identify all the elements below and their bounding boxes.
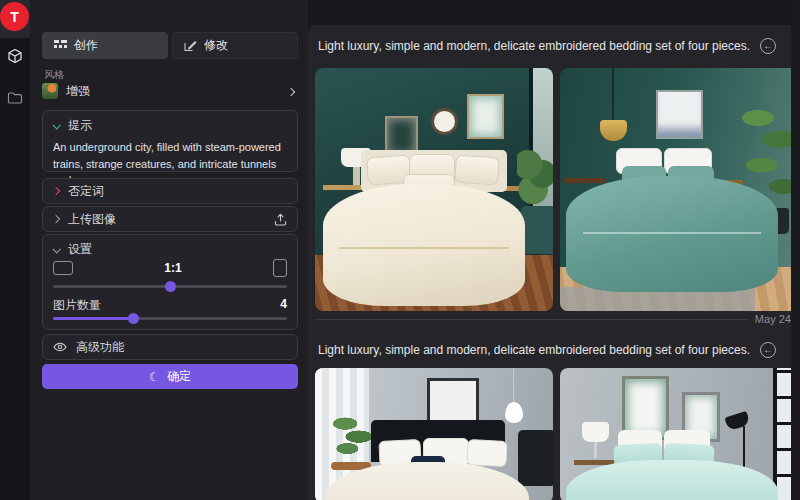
image-count-value: 4	[280, 297, 287, 314]
image-count-slider[interactable]	[53, 317, 287, 320]
left-icon-rail: T	[0, 0, 30, 500]
result-caption-row: Light luxury, simple and modern, delicat…	[318, 37, 786, 55]
edit-pencil-icon	[184, 39, 197, 52]
upload-image-section[interactable]: 上传图像	[42, 206, 298, 232]
result-prompt-text: Light luxury, simple and modern, delicat…	[318, 343, 750, 357]
mode-tabs: 创作 修改	[42, 32, 298, 59]
chevron-right-icon	[52, 215, 60, 223]
date-label: May 24,	[755, 313, 794, 325]
moon-icon: ☾	[149, 371, 160, 383]
tab-modify-label: 修改	[204, 37, 228, 54]
chevron-down-icon	[52, 121, 60, 129]
upload-image-header: 上传图像	[68, 211, 116, 228]
date-divider: May 24,	[315, 312, 794, 326]
scene-plant	[329, 408, 375, 460]
tab-create[interactable]: 创作	[42, 32, 168, 59]
confirm-button-label: 确定	[167, 368, 191, 385]
advanced-features-label: 高级功能	[76, 339, 124, 356]
scene-chair	[518, 430, 553, 486]
image-count-row: 图片数量 4	[53, 297, 287, 314]
scene-nightstand	[564, 178, 606, 183]
image-count-slider-thumb[interactable]	[128, 313, 139, 324]
advanced-features-section[interactable]: 高级功能	[42, 334, 298, 360]
results-feed: Light luxury, simple and modern, delicat…	[308, 25, 800, 500]
scene-plant	[517, 146, 553, 208]
scene-lamp	[582, 422, 609, 442]
scene-pillow	[466, 439, 507, 467]
chevron-right-icon	[288, 84, 294, 98]
model-cube-icon[interactable]	[7, 48, 23, 64]
image-count-label: 图片数量	[53, 297, 101, 314]
scene-lamp	[594, 442, 597, 458]
confirm-button[interactable]: ☾ 确定	[42, 364, 298, 389]
negative-words-section[interactable]: 否定词	[42, 178, 298, 204]
avatar[interactable]: T	[0, 2, 29, 31]
tab-modify[interactable]: 修改	[172, 32, 298, 59]
results-area: Light luxury, simple and modern, delicat…	[308, 0, 800, 500]
scene-wall-art	[467, 94, 504, 139]
negative-words-header: 否定词	[68, 183, 104, 200]
style-value: 增强	[66, 83, 90, 100]
portrait-ratio-icon[interactable]	[273, 259, 287, 277]
scene-lamp-cord	[513, 368, 514, 404]
generated-image-1[interactable]	[315, 68, 553, 311]
grid-icon	[54, 39, 67, 52]
scene-duvet	[566, 176, 778, 292]
scene-lamp-cord	[612, 68, 614, 122]
result-prompt-text: Light luxury, simple and modern, delicat…	[318, 39, 750, 53]
folder-icon[interactable]	[7, 90, 23, 106]
chevron-down-icon	[52, 245, 60, 253]
divider-line	[315, 319, 747, 320]
style-thumbnail	[42, 83, 58, 99]
scrollbar[interactable]	[791, 0, 800, 500]
upload-icon[interactable]	[274, 213, 287, 226]
scene-duvet	[323, 184, 525, 306]
tab-create-label: 创作	[74, 37, 98, 54]
scene-pillow	[454, 154, 500, 185]
aspect-ratio-slider[interactable]	[53, 285, 287, 288]
result-caption-row: Light luxury, simple and modern, delicat…	[318, 341, 786, 359]
scene-clock	[431, 108, 458, 135]
settings-header: 设置	[68, 241, 92, 258]
style-section-label: 风格	[44, 68, 64, 82]
reuse-prompt-icon[interactable]: ←	[760, 342, 776, 358]
app-window: T 创作 修改 风格	[0, 0, 800, 500]
style-selector[interactable]: 增强	[42, 81, 298, 101]
landscape-ratio-icon[interactable]	[53, 261, 73, 275]
scene-wall-art	[656, 90, 703, 139]
chevron-right-icon	[52, 187, 60, 195]
scene-lamp	[353, 167, 360, 185]
generated-image-2[interactable]	[560, 68, 799, 311]
control-panel: 创作 修改 风格 增强 提示 An underground city, fill…	[30, 0, 308, 500]
eye-icon	[53, 340, 67, 354]
aspect-ratio-row: 1:1	[53, 258, 287, 278]
reuse-prompt-icon[interactable]: ←	[760, 38, 776, 54]
scene-pendant-lamp	[505, 402, 523, 423]
aspect-ratio-slider-thumb[interactable]	[165, 281, 176, 292]
settings-section: 设置 1:1 图片数量 4	[42, 234, 298, 330]
generated-image-4[interactable]	[560, 368, 799, 500]
prompt-header: 提示	[68, 117, 92, 134]
prompt-section[interactable]: 提示 An underground city, filled with stea…	[42, 110, 298, 172]
generated-image-3[interactable]	[315, 368, 553, 500]
aspect-ratio-value: 1:1	[164, 261, 181, 275]
